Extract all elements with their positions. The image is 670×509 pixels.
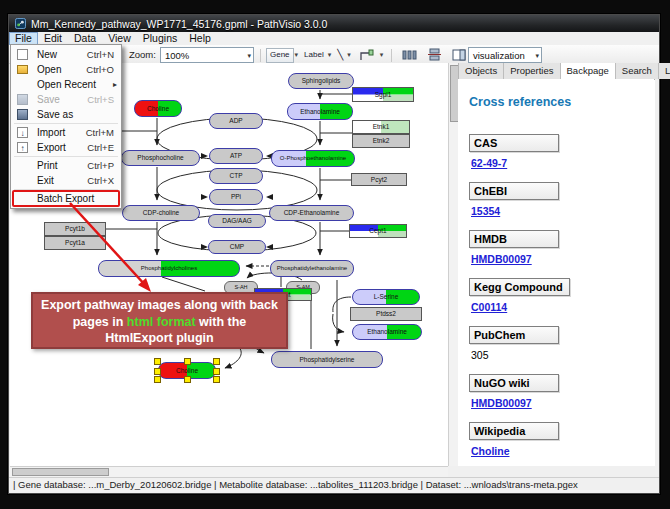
cross-references-heading: Cross references <box>469 95 654 109</box>
scrollbar-thumb[interactable] <box>12 468 109 476</box>
connector-tool-button[interactable] <box>359 49 374 62</box>
file-menu-item-import[interactable]: ↓ImportCtrl+M <box>11 125 121 140</box>
file-menu-item-save[interactable]: SaveCtrl+S <box>11 92 121 107</box>
callout-line2: pages in html format with the <box>33 314 286 331</box>
crossref-link[interactable]: HMDB00097 <box>471 253 532 265</box>
shortcut-label: Ctrl+E <box>87 140 114 155</box>
node-dag-aag[interactable]: DAG/AAG <box>208 214 266 228</box>
node-ethanolamine-bottom[interactable]: Ethanolamine <box>352 324 422 340</box>
node-cdp-choline[interactable]: CDP-choline <box>122 205 200 221</box>
crossref-link[interactable]: 62-49-7 <box>471 157 507 169</box>
file-menu-item-label: Open <box>37 64 61 75</box>
selection-handle[interactable] <box>213 376 220 383</box>
export-icon: ↑ <box>17 142 28 153</box>
node-o-phosphoethanolamine[interactable]: O-Phosphoethanolamine <box>271 150 355 167</box>
crossref-database-name: PubChem <box>469 326 559 344</box>
node-sphingolipids[interactable]: Sphingolipids <box>288 73 354 89</box>
file-menu-item-batch-export[interactable]: Batch Export <box>11 191 121 206</box>
node-cdp-ethanolamine[interactable]: CDP-Ethanolamine <box>269 205 354 221</box>
menubar-item-plugins[interactable]: Plugins <box>137 32 183 45</box>
file-menu-item-open[interactable]: OpenCtrl+O <box>11 62 121 77</box>
chevron-down-icon[interactable]: ▾ <box>347 51 351 59</box>
add-gene-button[interactable]: Gene <box>266 48 294 63</box>
node-adp[interactable]: ADP <box>209 113 263 129</box>
node-atp[interactable]: ATP <box>209 148 263 164</box>
node-pcyt2[interactable]: Pcyt2 <box>351 173 407 186</box>
node-ethanolamine-top[interactable]: Ethanolamine <box>287 103 353 120</box>
file-menu-item-export[interactable]: ↑ExportCtrl+E <box>11 140 121 155</box>
add-label-button[interactable]: Label <box>301 49 327 62</box>
zoom-combobox[interactable]: 100% ▾ <box>160 47 254 63</box>
callout-line3: HtmlExport plugin <box>33 330 286 347</box>
visualization-combobox[interactable]: visualization ▾ <box>468 47 542 63</box>
node-phosphatidylethanolamine[interactable]: Phosphatidylethanolamine <box>270 260 354 277</box>
selection-handle[interactable] <box>154 358 161 365</box>
selection-handle[interactable] <box>184 376 191 383</box>
shortcut-label: Ctrl+N <box>87 47 114 62</box>
node-cept1[interactable]: Cept1 <box>349 224 407 238</box>
file-menu-item-label: Import <box>37 127 65 138</box>
app-icon <box>15 18 26 29</box>
node-phosphatidylcholines[interactable]: Phosphatidylcholines <box>98 260 240 277</box>
tab-search[interactable]: Search <box>616 63 659 79</box>
crossref-link[interactable]: Choline <box>471 445 510 457</box>
file-menu-item-exit[interactable]: ExitCtrl+X <box>11 173 121 188</box>
tab-objects[interactable]: Objects <box>459 63 504 79</box>
shortcut-label: Ctrl+S <box>87 92 114 107</box>
chevron-down-icon[interactable]: ▾ <box>295 51 299 59</box>
tab-backpage[interactable]: Backpage <box>561 63 616 80</box>
file-menu-item-open-recent[interactable]: Open Recent▸ <box>11 77 121 92</box>
node-etnk2[interactable]: Etnk2 <box>352 134 410 148</box>
tab-properties[interactable]: Properties <box>504 63 560 79</box>
node-ptdss2[interactable]: Ptdss2 <box>350 307 422 321</box>
selection-handle[interactable] <box>154 368 161 375</box>
file-menu-item-label: Print <box>37 160 58 171</box>
crossref-database-name: Wikipedia <box>469 422 559 440</box>
selection-handle[interactable] <box>213 358 220 365</box>
chevron-down-icon[interactable]: ▾ <box>380 51 384 59</box>
toolbar-tools: Gene▾ Label▾ ╲▾ ▾ <box>255 47 471 63</box>
selection-handle[interactable] <box>184 358 191 365</box>
crossref-link[interactable]: 15354 <box>471 205 500 217</box>
node-ctp[interactable]: CTP <box>209 168 263 184</box>
stack-vertical-icon[interactable] <box>427 48 442 62</box>
new-file-icon <box>17 49 28 60</box>
save-icon <box>17 94 28 105</box>
node-ppi[interactable]: PPi <box>209 189 263 205</box>
side-panel-icon[interactable] <box>452 48 466 62</box>
distribute-horizontal-icon[interactable] <box>402 48 417 62</box>
selection-handle[interactable] <box>154 376 161 383</box>
node-etnk1[interactable]: Etnk1 <box>352 120 410 134</box>
crossref-database-name: Kegg Compound <box>469 278 570 296</box>
zoom-value: 100% <box>165 49 189 62</box>
node-sgpl1[interactable]: Sgpl1 <box>352 87 414 102</box>
line-tool-button[interactable]: ╲ <box>334 49 346 62</box>
crossref-section: HMDBHMDB00097 <box>469 229 654 265</box>
submenu-arrow-icon: ▸ <box>113 77 117 92</box>
node-l-serine[interactable]: L-Serine <box>352 289 420 305</box>
file-menu-item-print[interactable]: PrintCtrl+P <box>11 158 121 173</box>
chevron-down-icon: ▾ <box>241 49 251 62</box>
side-panel-tabs: ObjectsPropertiesBackpageSearchLegend <box>458 63 655 80</box>
batch-export-highlight-box <box>12 190 120 207</box>
node-pcyt1a[interactable]: Pcyt1a <box>44 236 106 250</box>
selection-handle[interactable] <box>213 368 220 375</box>
file-menu-item-save-as[interactable]: Save as <box>11 107 121 122</box>
crossref-link[interactable]: C00114 <box>471 301 507 313</box>
node-cmp[interactable]: CMP <box>208 240 266 254</box>
chevron-down-icon: ▾ <box>529 49 539 62</box>
shortcut-label: Ctrl+P <box>87 158 114 173</box>
canvas-horizontal-scrollbar[interactable] <box>10 466 448 477</box>
node-phosphatidylserine[interactable]: Phosphatidylserine <box>271 351 383 368</box>
chevron-down-icon[interactable]: ▾ <box>328 51 332 59</box>
crossref-link[interactable]: HMDB00097 <box>471 397 532 409</box>
file-menu-item-label: Export <box>37 142 66 153</box>
menubar-item-help[interactable]: Help <box>183 32 217 45</box>
file-menu-item-new[interactable]: NewCtrl+N <box>11 47 121 62</box>
tab-legend[interactable]: Legend <box>659 63 670 79</box>
file-menu-item-label: Save as <box>37 109 73 120</box>
crossref-database-name: HMDB <box>469 230 559 248</box>
node-pcyt1b[interactable]: Pcyt1b <box>44 222 106 236</box>
node-choline-top[interactable]: Choline <box>134 100 182 117</box>
node-phosphocholine[interactable]: Phosphocholine <box>121 150 200 166</box>
